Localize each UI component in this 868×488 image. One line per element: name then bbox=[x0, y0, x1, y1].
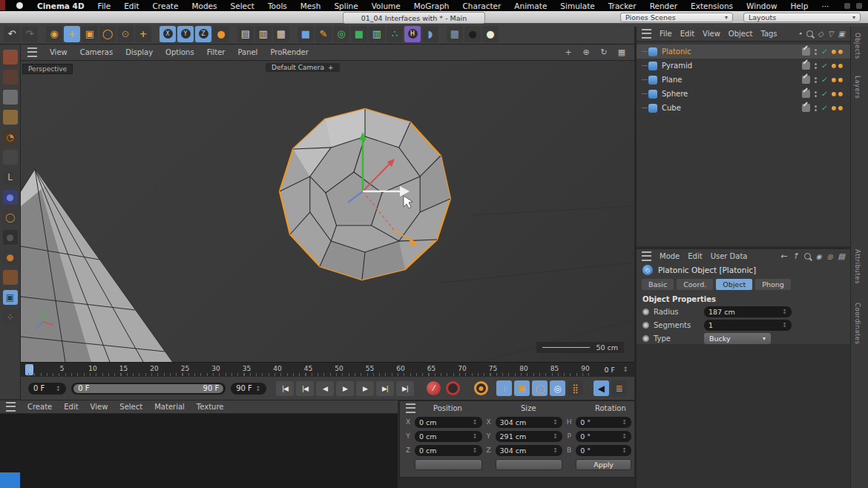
object-manager-menu-view[interactable]: View bbox=[703, 30, 720, 38]
material-menu-edit[interactable]: Edit bbox=[64, 403, 78, 411]
stepper-icon[interactable]: ↕ bbox=[472, 446, 477, 454]
rotation-h-field[interactable]: 0 °↕ bbox=[576, 417, 631, 428]
frame-range-track[interactable]: 0 F 90 F bbox=[73, 384, 223, 393]
menubar-item-mesh[interactable]: Mesh bbox=[294, 1, 328, 10]
size-z-field[interactable]: 304 cm↕ bbox=[496, 445, 563, 456]
pan-view-icon[interactable]: + bbox=[562, 47, 574, 59]
layer-chip-icon[interactable] bbox=[802, 76, 810, 84]
object-manager-menu-tags[interactable]: Tags bbox=[760, 30, 777, 38]
camera-chip[interactable]: Default Camera + bbox=[266, 63, 340, 72]
panel-corner-tab[interactable] bbox=[0, 472, 20, 488]
tag-dots-icon[interactable] bbox=[832, 92, 843, 96]
search-icon[interactable] bbox=[806, 30, 813, 37]
toggle-view-icon[interactable]: ▦ bbox=[616, 47, 628, 59]
record-keyframe-button[interactable]: ⁄ bbox=[427, 381, 441, 395]
stepper-icon[interactable]: ↕ bbox=[622, 446, 627, 454]
enabled-check-icon[interactable]: ✓ bbox=[821, 90, 827, 98]
menubar-item-tracker[interactable]: Tracker bbox=[602, 1, 643, 10]
palette-l-tool-icon[interactable]: L bbox=[3, 170, 18, 185]
render-view-icon[interactable]: ▤ bbox=[237, 26, 254, 42]
object-manager-menu-object[interactable]: Object bbox=[729, 30, 753, 38]
lock-icon[interactable]: ◉ bbox=[816, 253, 822, 260]
layer-chip-icon[interactable] bbox=[802, 47, 810, 56]
material-menu-material[interactable]: Material bbox=[154, 403, 185, 411]
goto-start-button[interactable]: |◀ bbox=[276, 381, 294, 396]
menubar-item-mograph[interactable]: MoGraph bbox=[407, 1, 456, 10]
keyframe-rotation-toggle[interactable]: ◯ bbox=[532, 380, 548, 396]
primitive-cube-icon[interactable]: ■ bbox=[297, 26, 314, 42]
enabled-check-icon[interactable]: ✓ bbox=[821, 104, 827, 112]
render-picture-viewer-icon[interactable]: ▥ bbox=[255, 26, 272, 42]
layer-chip-icon[interactable] bbox=[802, 62, 810, 70]
stepper-icon[interactable]: ↕ bbox=[472, 432, 477, 440]
vertical-tab-objects[interactable]: Objects bbox=[854, 33, 861, 59]
coordinate-system-icon[interactable]: ● bbox=[213, 26, 229, 42]
object-row-cube[interactable]: Cube✓ bbox=[637, 101, 850, 115]
stepper-icon[interactable]: ↕ bbox=[782, 321, 787, 329]
menubar-item-modes[interactable]: Modes bbox=[185, 1, 223, 10]
vertical-tab-layers[interactable]: Layers bbox=[854, 76, 861, 99]
palette-brush-tool-icon[interactable] bbox=[3, 70, 18, 85]
record-active-objects-button[interactable] bbox=[446, 381, 460, 395]
palette-sphere-tool-icon[interactable]: ● bbox=[3, 190, 18, 205]
tab-object[interactable]: Object bbox=[716, 279, 752, 290]
segments-field[interactable]: 1 ↕ bbox=[704, 320, 792, 331]
spline-pen-icon[interactable]: ✎ bbox=[315, 26, 332, 42]
key-bullet-icon[interactable] bbox=[642, 322, 649, 329]
goto-next-key-button[interactable]: ▶| bbox=[376, 381, 394, 396]
coord-size-dropdown[interactable] bbox=[496, 459, 563, 470]
size-y-field[interactable]: 291 cm↕ bbox=[496, 431, 563, 442]
menubar-item-render[interactable]: Render bbox=[643, 1, 684, 10]
view-label[interactable]: Perspective bbox=[22, 64, 73, 74]
palette-paint-tool-icon[interactable] bbox=[3, 50, 18, 65]
material-menu-create[interactable]: Create bbox=[27, 403, 52, 411]
undo-icon[interactable]: ↶ bbox=[4, 26, 20, 42]
simulate-icon[interactable]: ◗ bbox=[422, 26, 438, 42]
redo-icon[interactable]: ↷ bbox=[22, 26, 38, 42]
viewport-menu-filter[interactable]: Filter bbox=[207, 48, 226, 56]
enabled-check-icon[interactable]: ✓ bbox=[821, 47, 827, 56]
keyframe-bars-toggle[interactable]: ≣ bbox=[611, 380, 627, 396]
hamburger-icon[interactable] bbox=[6, 402, 16, 412]
metaball-icon[interactable]: ∴ bbox=[387, 26, 403, 42]
keyframe-pla-toggle[interactable]: ◎ bbox=[550, 380, 565, 396]
add-layer-icon[interactable]: ▣ bbox=[838, 30, 845, 38]
object-manager-menu-file[interactable]: File bbox=[660, 30, 672, 38]
enabled-check-icon[interactable]: ✓ bbox=[821, 76, 827, 84]
object-manager-menu-edit[interactable]: Edit bbox=[680, 30, 694, 38]
stepper-icon[interactable]: ↕ bbox=[56, 385, 62, 392]
palette-smear-tool-icon[interactable] bbox=[3, 90, 18, 105]
menubar-item-extensions[interactable]: Extensions bbox=[684, 1, 740, 10]
object-row-platonic[interactable]: Platonic✓ bbox=[637, 44, 850, 59]
position-z-field[interactable]: 0 cm↕ bbox=[415, 445, 482, 456]
autokey-button[interactable]: ● bbox=[474, 381, 488, 395]
apply-button[interactable]: Apply bbox=[576, 459, 631, 470]
last-tool-icon[interactable]: ⊙ bbox=[117, 26, 134, 42]
panel-list-icon[interactable]: ▤ bbox=[838, 252, 845, 260]
tag-dots-icon[interactable] bbox=[832, 78, 843, 82]
layouts-dropdown[interactable]: Layouts ▾ bbox=[743, 13, 861, 22]
palette-axis-tool-icon[interactable]: ⁘ bbox=[3, 310, 18, 325]
axis-lock-z-icon[interactable]: Z bbox=[195, 26, 211, 42]
object-row-plane[interactable]: Plane✓ bbox=[637, 73, 850, 87]
back-arrow-icon[interactable]: ← bbox=[780, 251, 786, 261]
frame-range-slider[interactable]: 0 F 90 F bbox=[71, 383, 226, 395]
viewport-canvas[interactable]: Perspective Default Camera + 50 cm bbox=[21, 61, 634, 362]
viewport-menu-prorender[interactable]: ProRender bbox=[270, 48, 308, 56]
visibility-dots-icon[interactable] bbox=[815, 77, 817, 83]
stepper-icon[interactable]: ↕ bbox=[622, 432, 627, 440]
palette-clay-tool-icon[interactable] bbox=[3, 270, 18, 285]
menubar-item-item[interactable]: ··· bbox=[815, 1, 835, 10]
attribute-menu-user-data[interactable]: User Data bbox=[711, 252, 748, 260]
status-icon[interactable] bbox=[856, 3, 862, 9]
key-bullet-icon[interactable] bbox=[642, 309, 649, 315]
tab-basic[interactable]: Basic bbox=[642, 279, 674, 290]
stepper-icon[interactable]: ↕ bbox=[553, 432, 558, 440]
search-icon[interactable] bbox=[804, 253, 811, 260]
mograph-cloner-icon[interactable]: ▦ bbox=[447, 26, 463, 42]
tab-phong[interactable]: Phong bbox=[755, 279, 791, 290]
end-frame-field[interactable]: 90 F ↕ bbox=[231, 383, 266, 395]
path-icon[interactable]: ◇ bbox=[818, 30, 823, 38]
subdivision-surface-icon[interactable]: ◎ bbox=[333, 26, 349, 42]
menubar-item-animate[interactable]: Animate bbox=[507, 1, 553, 10]
